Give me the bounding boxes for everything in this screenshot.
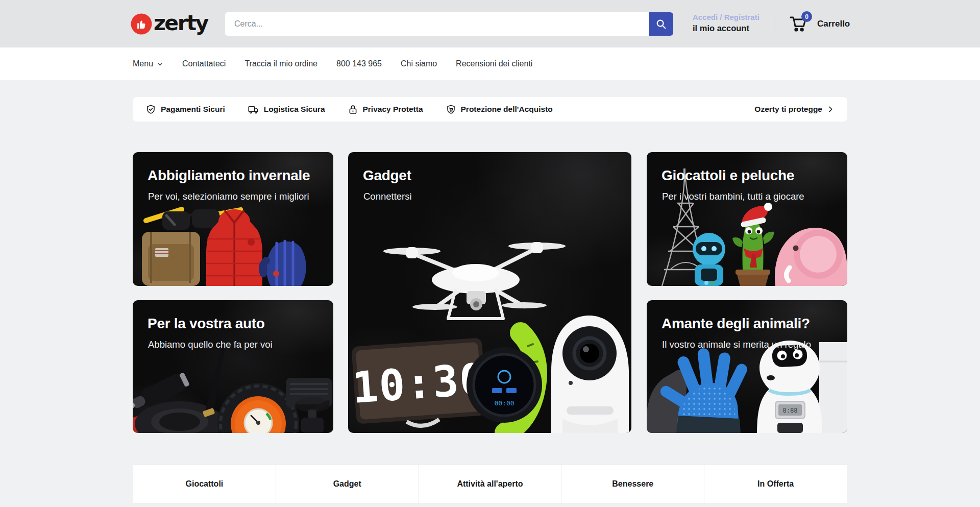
category-card-toys-plush[interactable]: Giocattoli e peluche Per i vostri bambin… (647, 152, 847, 286)
category-card-pets[interactable]: 8:88 Amante degli animali? Il vostro ani… (647, 300, 847, 433)
card-subtitle: Abbiamo quello che fa per voi (148, 339, 273, 350)
nav-about-us[interactable]: Chi siamo (401, 59, 437, 68)
category-card-car[interactable]: Per la vostra auto Abbiamo quello che fa… (133, 300, 333, 433)
ozerty-homepage: zerty Accedi / Registrati il mio account (0, 0, 980, 507)
card-title: Per la vostra auto (148, 316, 265, 332)
trust-label: Pagamenti Sicuri (161, 105, 225, 114)
svg-text:00:00: 00:00 (494, 399, 514, 407)
header-divider (774, 13, 774, 35)
trust-privacy: Privacy Protetta (348, 104, 423, 115)
tab-gadget[interactable]: Gadget (276, 465, 419, 503)
logo-text: zerty (154, 13, 208, 36)
lock-icon (348, 104, 358, 115)
nav-menu-label: Menu (133, 59, 153, 68)
main-nav: Menu Contattateci Traccia il mio ordine … (0, 47, 980, 80)
nav-phone-number[interactable]: 800 143 965 (336, 59, 382, 68)
car-accessories-illustration (133, 346, 333, 433)
cart-button[interactable]: 0 Carrello (789, 13, 850, 35)
search-icon (655, 18, 667, 30)
trust-purchase-protection: Protezione dell'Acquisto (446, 104, 553, 115)
toys-illustration (647, 167, 847, 286)
gadget-illustration: 10:30 00:00 (348, 219, 631, 433)
tab-in-offerta[interactable]: In Offerta (704, 465, 847, 503)
card-subtitle: Connettersi (363, 191, 412, 202)
thumb-up-icon (131, 13, 152, 35)
cart-icon-wrap: 0 (789, 13, 809, 35)
svg-text:8:88: 8:88 (783, 407, 798, 414)
nav-contact[interactable]: Contattateci (182, 59, 226, 68)
tab-giocattoli[interactable]: Giocattoli (133, 465, 276, 503)
card-title: Amante degli animali? (662, 316, 810, 332)
category-tabs: Giocattoli Gadget Attività all'aperto Be… (133, 465, 847, 503)
nav-menu[interactable]: Menu (133, 59, 163, 68)
login-register-link[interactable]: Accedi / Registrati (693, 13, 760, 21)
chevron-right-icon (826, 105, 835, 113)
trust-link-label: Ozerty ti protegge (754, 105, 822, 114)
card-subtitle: Per voi, selezioniamo sempre i migliori (148, 191, 309, 202)
category-card-winter-clothing[interactable]: Abbigliamento invernale Per voi, selezio… (133, 152, 333, 286)
trust-label: Privacy Protetta (363, 105, 423, 114)
trust-label: Logistica Sicura (264, 105, 325, 114)
cart-count-badge: 0 (801, 11, 812, 22)
category-card-gadget[interactable]: 10:30 00:00 (348, 152, 631, 433)
tab-attivita-aperto[interactable]: Attività all'aperto (419, 465, 561, 503)
winter-clothing-illustration (133, 199, 333, 286)
card-title: Abbigliamento invernale (148, 167, 310, 184)
card-subtitle: Per i vostri bambini, tutti a giocare (662, 191, 804, 202)
tab-benessere[interactable]: Benessere (561, 465, 704, 503)
chevron-down-icon (157, 61, 163, 67)
search-bar (225, 12, 673, 36)
trust-bar: Pagamenti Sicuri Logistica Sicura Privac… (133, 97, 847, 122)
trust-label: Protezione dell'Acquisto (461, 105, 553, 114)
ozerty-protects-link[interactable]: Ozerty ti protegge (754, 105, 835, 114)
trust-secure-logistics: Logistica Sicura (248, 104, 325, 115)
card-title: Gadget (363, 167, 411, 184)
nav-track-order[interactable]: Traccia il mio ordine (244, 59, 317, 68)
search-button[interactable] (649, 12, 673, 36)
card-title: Giocattoli e peluche (662, 167, 794, 184)
shield-cart-icon (446, 104, 456, 115)
shield-check-icon (145, 104, 156, 115)
logo[interactable]: zerty (131, 12, 208, 36)
search-input[interactable] (225, 12, 649, 36)
svg-text:10:30: 10:30 (351, 354, 488, 413)
account-area: Accedi / Registrati il mio account (693, 13, 760, 33)
my-account-link[interactable]: il mio account (693, 23, 760, 33)
header: zerty Accedi / Registrati il mio account (0, 0, 980, 47)
truck-icon (248, 104, 259, 115)
nav-customer-reviews[interactable]: Recensioni dei clienti (456, 59, 532, 68)
trust-secure-payments: Pagamenti Sicuri (145, 104, 225, 115)
cart-label: Carrello (817, 19, 850, 29)
card-subtitle: Il vostro animale si merita un regalo (662, 339, 811, 350)
